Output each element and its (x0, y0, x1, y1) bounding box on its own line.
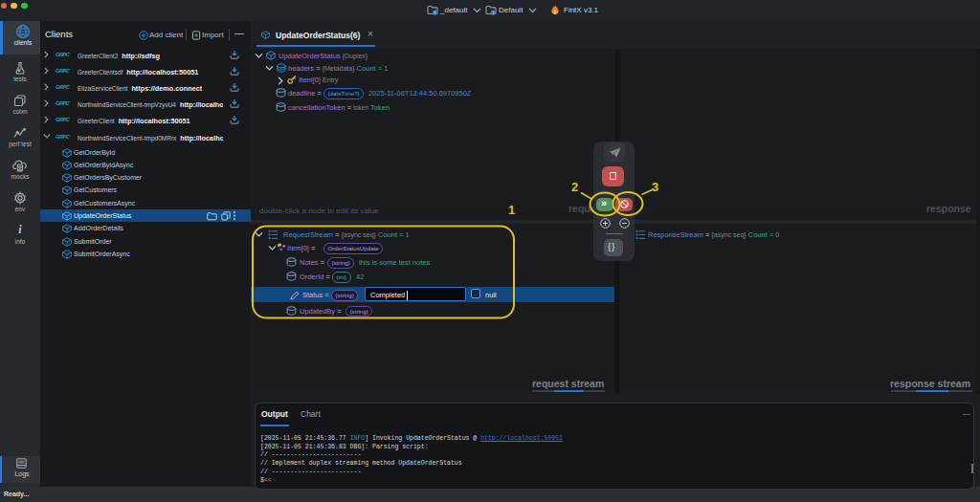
svg-text:i: i (434, 11, 435, 15)
svg-text:i: i (493, 11, 494, 15)
